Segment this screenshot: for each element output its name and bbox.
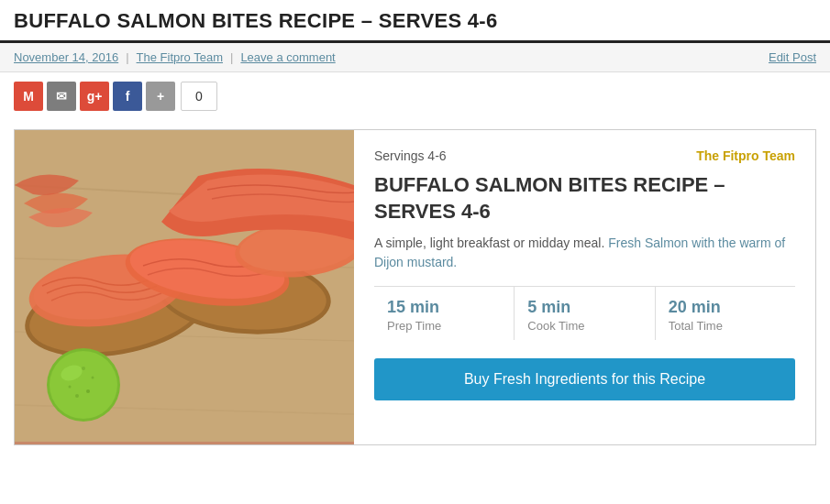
recipe-description: A simple, light breakfast or midday meal… xyxy=(374,234,795,272)
comment-link[interactable]: Leave a comment xyxy=(240,50,335,64)
svg-point-18 xyxy=(86,389,90,393)
recipe-card: Servings 4-6 The Fitpro Team BUFFALO SAL… xyxy=(14,129,816,445)
recipe-image xyxy=(15,130,354,444)
meta-divider-1: | xyxy=(126,50,128,64)
meta-bar: November 14, 2016 | The Fitpro Team | Le… xyxy=(0,43,830,72)
recipe-area: Servings 4-6 The Fitpro Team BUFFALO SAL… xyxy=(0,120,830,455)
page-header: BUFFALO SALMON BITES RECIPE – SERVES 4-6 xyxy=(0,0,830,43)
svg-point-21 xyxy=(69,386,72,389)
recipe-card-title: BUFFALO SALMON BITES RECIPE – SERVES 4-6 xyxy=(374,172,795,225)
share-gmail-button[interactable]: M xyxy=(14,82,43,111)
total-time-value: 20 min xyxy=(669,298,782,317)
cook-time-value: 5 min xyxy=(527,298,641,317)
edit-post-link[interactable]: Edit Post xyxy=(769,50,816,64)
prep-time-cell: 15 min Prep Time xyxy=(374,287,515,340)
prep-time-label: Prep Time xyxy=(387,319,501,333)
author-link[interactable]: The Fitpro Team xyxy=(137,50,223,64)
recipe-food-image xyxy=(15,130,354,442)
servings-text: Servings 4-6 xyxy=(374,148,447,163)
recipe-top-meta: Servings 4-6 The Fitpro Team xyxy=(374,148,795,163)
time-row: 15 min Prep Time 5 min Cook Time 20 min … xyxy=(374,286,795,340)
page-title: BUFFALO SALMON BITES RECIPE – SERVES 4-6 xyxy=(14,9,816,33)
meta-divider-2: | xyxy=(230,50,233,64)
cook-time-cell: 5 min Cook Time xyxy=(515,287,655,340)
prep-time-value: 15 min xyxy=(387,298,501,317)
recipe-author-link[interactable]: The Fitpro Team xyxy=(696,148,795,163)
email-icon: ✉ xyxy=(56,89,67,104)
share-facebook-button[interactable]: f xyxy=(113,82,142,111)
share-gplus-button[interactable]: g+ xyxy=(80,82,109,111)
share-plus-button[interactable]: + xyxy=(146,82,175,111)
svg-point-20 xyxy=(92,377,94,379)
total-time-cell: 20 min Total Time xyxy=(656,287,795,340)
svg-point-16 xyxy=(50,351,117,419)
share-email-button[interactable]: ✉ xyxy=(47,82,76,111)
svg-point-19 xyxy=(75,394,79,398)
total-time-label: Total Time xyxy=(669,319,782,333)
description-normal: A simple, light breakfast or midday meal… xyxy=(374,236,604,250)
share-bar: M ✉ g+ f + 0 xyxy=(0,72,830,120)
share-count: 0 xyxy=(181,82,217,111)
buy-ingredients-button[interactable]: Buy Fresh Ingredients for this Recipe xyxy=(374,358,795,400)
cook-time-label: Cook Time xyxy=(527,319,641,333)
svg-point-22 xyxy=(82,367,85,370)
recipe-content: Servings 4-6 The Fitpro Team BUFFALO SAL… xyxy=(354,130,815,444)
meta-left: November 14, 2016 | The Fitpro Team | Le… xyxy=(14,50,336,64)
post-date-link[interactable]: November 14, 2016 xyxy=(14,50,118,64)
